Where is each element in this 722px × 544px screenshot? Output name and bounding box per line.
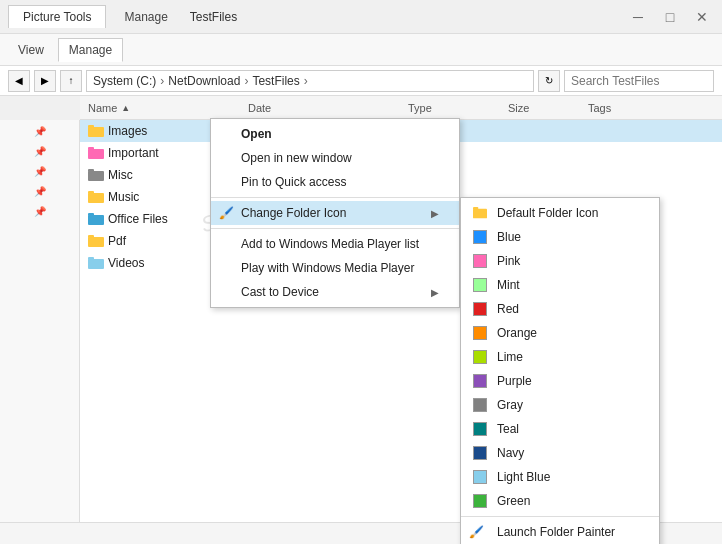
submenu-navy[interactable]: Navy (461, 441, 659, 465)
paint-icon: 🖌️ (219, 206, 234, 220)
swatch-orange (473, 326, 487, 340)
col-date-header[interactable]: Date (248, 102, 408, 114)
submenu-gray[interactable]: Gray (461, 393, 659, 417)
pin-icon-4[interactable]: 📌 (33, 186, 47, 200)
swatch-mint (473, 278, 487, 292)
swatch-lime (473, 350, 487, 364)
swatch-navy (473, 446, 487, 460)
svg-rect-6 (88, 193, 104, 203)
svg-rect-0 (88, 127, 104, 137)
svg-rect-11 (88, 235, 94, 238)
tab-picture-tools[interactable]: Picture Tools (8, 5, 106, 28)
default-folder-swatch (473, 206, 487, 220)
swatch-blue (473, 230, 487, 244)
submenu-lightblue[interactable]: Light Blue (461, 465, 659, 489)
swatch-gray (473, 398, 487, 412)
svg-rect-9 (88, 213, 94, 216)
sidebar: 📌 📌 📌 📌 📌 (0, 120, 80, 544)
tab-manage[interactable]: Manage (110, 6, 181, 28)
svg-rect-10 (88, 237, 104, 247)
svg-rect-12 (88, 259, 104, 269)
ctx-divider-2 (211, 228, 459, 229)
pin-icon-2[interactable]: 📌 (33, 146, 47, 160)
folder-icon-misc (88, 167, 104, 183)
col-name-header[interactable]: Name ▲ (88, 102, 248, 114)
painter-icon: 🖌️ (469, 525, 484, 539)
breadcrumb[interactable]: System (C:) › NetDownload › TestFiles › (86, 70, 534, 92)
pin-icon-3[interactable]: 📌 (33, 166, 47, 180)
breadcrumb-part-1[interactable]: System (C:) (93, 74, 156, 88)
submenu-green[interactable]: Green (461, 489, 659, 513)
ctx-add-wmp-list[interactable]: Add to Windows Media Player list (211, 232, 459, 256)
svg-rect-13 (88, 257, 94, 260)
submenu-lime[interactable]: Lime (461, 345, 659, 369)
ctx-open-new-window[interactable]: Open in new window (211, 146, 459, 170)
folder-icon-submenu: Default Folder Icon Blue Pink Mint Red O… (460, 197, 660, 544)
title-bar: Picture Tools Manage TestFiles ─ □ ✕ (0, 0, 722, 34)
breadcrumb-sep-2: › (244, 74, 248, 88)
breadcrumb-part-2[interactable]: NetDownload (168, 74, 240, 88)
window-title: TestFiles (190, 10, 237, 24)
ctx-pin-quick-access[interactable]: Pin to Quick access (211, 170, 459, 194)
svg-rect-15 (473, 207, 478, 210)
ctx-change-folder-icon[interactable]: 🖌️ Change Folder Icon ▶ (211, 201, 459, 225)
folder-icon-important (88, 145, 104, 161)
submenu-purple[interactable]: Purple (461, 369, 659, 393)
pin-icon-1[interactable]: 📌 (33, 126, 47, 140)
close-button[interactable]: ✕ (690, 5, 714, 29)
submenu-teal[interactable]: Teal (461, 417, 659, 441)
ctx-open[interactable]: Open (211, 122, 459, 146)
svg-rect-3 (88, 147, 94, 150)
svg-rect-14 (473, 209, 487, 219)
svg-rect-7 (88, 191, 94, 194)
swatch-lightblue (473, 470, 487, 484)
maximize-button[interactable]: □ (658, 5, 682, 29)
ribbon-tab-manage[interactable]: Manage (58, 38, 123, 62)
submenu-red[interactable]: Red (461, 297, 659, 321)
submenu-blue[interactable]: Blue (461, 225, 659, 249)
window-controls: ─ □ ✕ (626, 5, 714, 29)
ctx-play-wmp[interactable]: Play with Windows Media Player (211, 256, 459, 280)
refresh-button[interactable]: ↻ (538, 70, 560, 92)
submenu-default[interactable]: Default Folder Icon (461, 201, 659, 225)
svg-rect-4 (88, 171, 104, 181)
swatch-green (473, 494, 487, 508)
back-button[interactable]: ◀ (8, 70, 30, 92)
ribbon-tab-view[interactable]: View (8, 39, 54, 61)
minimize-button[interactable]: ─ (626, 5, 650, 29)
search-input[interactable] (564, 70, 714, 92)
submenu-orange[interactable]: Orange (461, 321, 659, 345)
folder-icon-pdf (88, 233, 104, 249)
col-tags-header[interactable]: Tags (588, 102, 611, 114)
ctx-divider-1 (211, 197, 459, 198)
col-size-header[interactable]: Size (508, 102, 588, 114)
svg-rect-5 (88, 169, 94, 172)
submenu-mint[interactable]: Mint (461, 273, 659, 297)
svg-rect-2 (88, 149, 104, 159)
submenu-arrow-1: ▶ (431, 208, 439, 219)
ctx-cast-device[interactable]: Cast to Device ▶ (211, 280, 459, 304)
forward-button[interactable]: ▶ (34, 70, 56, 92)
submenu-pink[interactable]: Pink (461, 249, 659, 273)
col-type-header[interactable]: Type (408, 102, 508, 114)
submenu-launch-painter[interactable]: 🖌️ Launch Folder Painter (461, 520, 659, 544)
folder-icon-images (88, 123, 104, 139)
submenu-divider (461, 516, 659, 517)
column-header: Name ▲ Date Type Size Tags (80, 96, 722, 120)
context-menu: Open Open in new window Pin to Quick acc… (210, 118, 460, 308)
folder-icon-music (88, 189, 104, 205)
breadcrumb-part-3[interactable]: TestFiles (252, 74, 299, 88)
up-button[interactable]: ↑ (60, 70, 82, 92)
folder-icon-officefiles (88, 211, 104, 227)
swatch-red (473, 302, 487, 316)
breadcrumb-sep-1: › (160, 74, 164, 88)
submenu-arrow-2: ▶ (431, 287, 439, 298)
address-bar: ◀ ▶ ↑ System (C:) › NetDownload › TestFi… (0, 66, 722, 96)
swatch-purple (473, 374, 487, 388)
swatch-teal (473, 422, 487, 436)
pin-icon-5[interactable]: 📌 (33, 206, 47, 220)
svg-rect-1 (88, 125, 94, 128)
breadcrumb-sep-3: › (304, 74, 308, 88)
swatch-pink (473, 254, 487, 268)
ribbon: View Manage (0, 34, 722, 66)
